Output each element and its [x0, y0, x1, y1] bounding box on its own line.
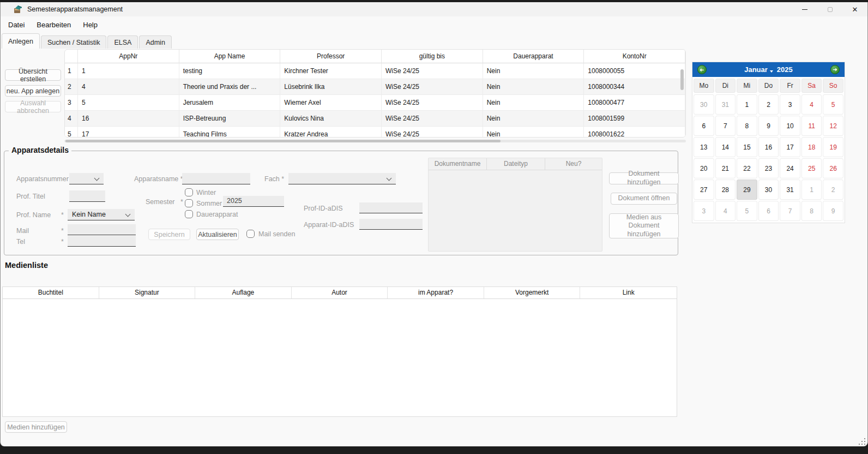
- calendar-day-cell[interactable]: 2: [758, 94, 779, 115]
- dokument-hinzufuegen-button[interactable]: Dokument hinzufügen: [609, 172, 679, 184]
- speichern-button[interactable]: Speichern: [148, 229, 190, 240]
- prof-id-adis-input[interactable]: [359, 202, 423, 213]
- calendar-day-cell[interactable]: 13: [694, 137, 714, 157]
- calendar-day-cell[interactable]: 17: [780, 137, 800, 157]
- horizontal-scrollbar-thumb[interactable]: [65, 140, 501, 142]
- menu-item[interactable]: Help: [77, 21, 104, 29]
- apparatsname-input[interactable]: [182, 173, 250, 184]
- calendar-day-cell[interactable]: 18: [801, 137, 822, 157]
- resize-grip-icon[interactable]: [859, 438, 866, 445]
- calendar-day-cell[interactable]: 12: [823, 116, 843, 136]
- calendar-day-cell[interactable]: 28: [715, 180, 736, 200]
- mail-input[interactable]: [68, 224, 136, 235]
- media-column-header[interactable]: Link: [580, 287, 677, 298]
- calendar-day-cell[interactable]: 14: [715, 137, 736, 157]
- calendar-day-cell[interactable]: 19: [823, 137, 843, 157]
- calendar-day-cell[interactable]: 9: [823, 201, 843, 221]
- sidebar-button[interactable]: Übersicht erstellen: [5, 69, 61, 81]
- apparat-id-adis-input[interactable]: [359, 219, 423, 230]
- calendar-day-cell[interactable]: 8: [801, 201, 822, 221]
- calendar-day-cell[interactable]: 22: [737, 158, 757, 178]
- table-row[interactable]: 1 1 testing Kirchner Tester WiSe 24/25 N…: [65, 63, 685, 79]
- calendar-day-cell[interactable]: 8: [737, 116, 757, 136]
- prof-name-combo[interactable]: Kein Name: [68, 209, 135, 220]
- table-row[interactable]: 4 16 ISP-Betreuung Kulovics Nina WiSe 24…: [65, 111, 685, 127]
- tab[interactable]: ELSA: [107, 35, 138, 49]
- calendar-day-cell[interactable]: 21: [715, 158, 736, 178]
- calendar-day-cell[interactable]: 5: [737, 201, 757, 221]
- table-row[interactable]: 3 5 Jerusalem Wiemer Axel WiSe 24/25 Nei…: [65, 95, 685, 111]
- menu-item[interactable]: Datei: [2, 21, 31, 29]
- sidebar-button[interactable]: Auswahl abbrechen: [5, 101, 61, 112]
- calendar-day-cell[interactable]: 7: [780, 201, 800, 221]
- calendar-day-cell[interactable]: 3: [694, 201, 714, 221]
- calendar-day-cell[interactable]: 2: [823, 180, 843, 200]
- close-button[interactable]: ✕: [842, 2, 867, 16]
- calendar-day-cell[interactable]: 27: [694, 180, 714, 200]
- calendar-day-cell[interactable]: 5: [823, 94, 843, 115]
- media-column-header[interactable]: Signatur: [99, 287, 196, 298]
- calendar-day-cell[interactable]: 20: [694, 158, 714, 178]
- calendar-day-cell[interactable]: 9: [758, 116, 779, 136]
- media-column-header[interactable]: Buchtitel: [3, 287, 99, 298]
- calendar-day-cell[interactable]: 11: [801, 116, 822, 136]
- apps-table-column-header[interactable]: KontoNr: [584, 50, 685, 63]
- media-column-header[interactable]: Vorgemerkt: [484, 287, 581, 298]
- calendar-day-cell[interactable]: 31: [715, 94, 736, 115]
- apps-table-column-header[interactable]: AppNr: [78, 50, 179, 63]
- apps-table-column-header[interactable]: Dauerapparat: [483, 50, 584, 63]
- apps-table-column-header[interactable]: Professor: [280, 50, 382, 63]
- calendar-day-cell[interactable]: 6: [758, 201, 779, 221]
- semester-radio-option[interactable]: Dauerapparat: [185, 210, 238, 218]
- aktualisieren-button[interactable]: Aktualisieren: [196, 229, 239, 240]
- apparatsnummer-combo[interactable]: [69, 173, 104, 184]
- vertical-scrollbar-thumb[interactable]: [680, 69, 684, 90]
- calendar-next-month-button[interactable]: ➜: [830, 65, 840, 74]
- calendar-day-cell[interactable]: 10: [780, 116, 800, 136]
- medien-hinzufuegen-button[interactable]: Medien hinzufügen: [5, 421, 67, 433]
- calendar-day-cell[interactable]: 30: [694, 94, 714, 115]
- calendar-day-cell[interactable]: 1: [801, 180, 822, 200]
- medien-aus-dokument-button[interactable]: Medien aus Dokument hinzufügen: [609, 213, 679, 238]
- calendar-day-cell[interactable]: 4: [801, 94, 822, 115]
- calendar-day-cell[interactable]: 23: [758, 158, 779, 178]
- media-column-header[interactable]: Auflage: [195, 287, 292, 298]
- tab[interactable]: Admin: [139, 35, 171, 49]
- semester-year-input[interactable]: 2025: [223, 196, 284, 207]
- menu-item[interactable]: Bearbeiten: [31, 21, 77, 29]
- documents-column-header[interactable]: Dokumentname: [429, 158, 487, 170]
- tel-input[interactable]: [68, 236, 136, 247]
- fach-combo[interactable]: [288, 173, 396, 184]
- calendar-day-cell[interactable]: 25: [801, 158, 822, 178]
- horizontal-scrollbar[interactable]: [64, 140, 686, 142]
- apps-table-column-header[interactable]: App Name: [179, 50, 281, 63]
- tab[interactable]: Suchen / Statistik: [41, 35, 107, 49]
- prof-titel-input[interactable]: [69, 190, 105, 202]
- calendar-day-cell[interactable]: 31: [780, 180, 800, 200]
- documents-column-header[interactable]: Dateityp: [487, 158, 545, 170]
- calendar-day-cell[interactable]: 16: [758, 137, 779, 157]
- media-column-header[interactable]: Autor: [292, 287, 388, 298]
- calendar-day-cell[interactable]: 15: [737, 137, 757, 157]
- media-column-header[interactable]: im Apparat?: [388, 287, 484, 298]
- mail-senden-checkbox-row[interactable]: Mail senden: [246, 230, 295, 238]
- table-row[interactable]: 2 4 Theorie und Praxis der ... Lüsebrink…: [65, 79, 685, 95]
- calendar-day-cell[interactable]: 26: [823, 158, 843, 178]
- calendar-day-cell[interactable]: 1: [737, 94, 757, 115]
- calendar-title[interactable]: Januar 2025: [744, 65, 793, 74]
- dokument-oeffnen-button[interactable]: Dokument öffnen: [611, 193, 677, 205]
- tab[interactable]: Anlegen: [2, 33, 40, 49]
- calendar-day-cell[interactable]: 30: [758, 180, 779, 200]
- calendar-day-cell[interactable]: 6: [694, 116, 714, 136]
- apps-table-column-header[interactable]: gültig bis: [382, 50, 483, 63]
- minimize-button[interactable]: [792, 2, 817, 16]
- sidebar-button[interactable]: neu. App anlegen: [5, 85, 61, 97]
- documents-column-header[interactable]: Neu?: [545, 158, 602, 170]
- calendar-day-cell[interactable]: 29: [737, 180, 757, 200]
- calendar-prev-month-button[interactable]: ➜: [697, 65, 707, 74]
- calendar-day-cell[interactable]: 4: [715, 201, 736, 221]
- table-row[interactable]: 5 17 Teaching Films Kratzer Andrea WiSe …: [65, 127, 685, 138]
- maximize-button[interactable]: [817, 2, 842, 16]
- calendar-day-cell[interactable]: 3: [780, 94, 800, 115]
- semester-radio-option[interactable]: Winter: [185, 188, 238, 196]
